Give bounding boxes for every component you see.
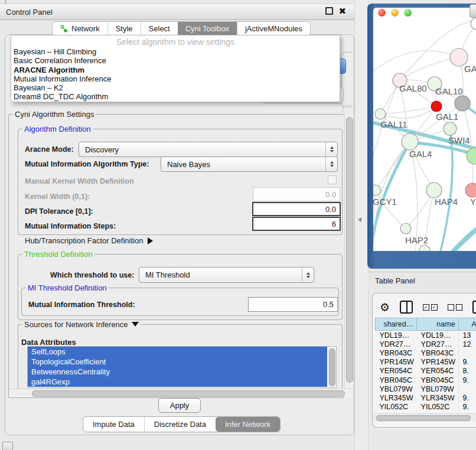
algorithm-option[interactable]: Dream8 DC_TDC Algorithm [14, 92, 337, 101]
table-cell: YPR145W [376, 358, 417, 367]
column-split-icon[interactable] [400, 301, 412, 314]
table-row[interactable]: YBL079WYBL079W [376, 384, 476, 393]
sources-title-row: Sources for Network Inference [22, 320, 141, 329]
network-node-bright-green[interactable] [467, 148, 476, 164]
tab-network[interactable]: Network [53, 22, 107, 35]
mi-threshold-input[interactable]: 0.5 [248, 297, 338, 312]
panel-splitter[interactable] [354, 0, 369, 450]
settings-horizontal-scrollbar[interactable] [9, 389, 353, 397]
control-panel-tabs: Network Style Select Cyni Toolbox jActiv… [52, 21, 311, 36]
table-column-header[interactable]: A [458, 318, 476, 331]
network-node-gray-node[interactable] [455, 96, 470, 111]
table-cell: 9. [458, 393, 476, 402]
network-node-label: GAL4 [409, 149, 432, 159]
tab-network-label: Network [71, 24, 100, 33]
network-node-gal11[interactable] [375, 109, 386, 119]
table-row[interactable]: YIL052CYIL052C9. [376, 403, 476, 412]
dpi-tolerance-input[interactable]: 0.0 [252, 202, 341, 216]
network-node-red-node[interactable] [431, 101, 442, 112]
network-view-canvas[interactable]: GAL7GAL80GAL10GAL1GAL11SWI4GAL4GCY1HAP4Y… [373, 18, 476, 251]
close-icon[interactable]: ✖ [338, 6, 346, 15]
tab-select[interactable]: Select [141, 22, 178, 35]
collapse-arrow-icon[interactable] [148, 237, 153, 244]
table-row[interactable]: YLR345WYLR345W9. [376, 393, 476, 402]
table-column-header[interactable]: name [417, 318, 458, 331]
tab-cyni-toolbox[interactable]: Cyni Toolbox [178, 22, 237, 35]
network-node-top-partial[interactable] [471, 18, 476, 30]
network-node-gal4[interactable] [402, 133, 418, 150]
algorithm-option[interactable]: Basic Correlation Inference [14, 56, 337, 65]
table-cell [458, 384, 476, 393]
mi-steps-input[interactable]: 6 [252, 217, 341, 231]
kernel-width-input: 0.0 [253, 187, 340, 201]
table-cell: YBR043C [417, 348, 458, 357]
gear-icon[interactable]: ⚙ [380, 302, 390, 313]
hub-section-row[interactable]: Hub/Transcription Factor Definition [25, 236, 153, 245]
algorithm-dropdown-placeholder: Select algorithm to view settings [11, 37, 340, 47]
network-node-swi4[interactable] [444, 122, 457, 135]
table-column-header[interactable]: shared… [376, 318, 417, 331]
table-row[interactable]: YDL19…YDL19…13 [376, 331, 476, 340]
close-traffic-light[interactable] [378, 9, 386, 17]
deselect-all-checkboxes-icon[interactable] [448, 304, 462, 311]
splitter-collapse-icon[interactable] [358, 217, 361, 222]
network-window-titlebar[interactable] [373, 8, 476, 18]
manual-kernel-width-label: Manual Kernel Width Definition [25, 177, 134, 185]
float-panel-icon[interactable] [325, 7, 333, 15]
expand-arrow-icon[interactable] [132, 322, 139, 327]
table-cell: YPR145W [417, 358, 458, 367]
algorithm-option[interactable]: Mutual Information Inference [14, 74, 337, 83]
table-cell: YDL19… [376, 331, 417, 340]
attribute-list-item[interactable]: BetweennessCentrality [28, 367, 327, 377]
background-window-fragment [470, 4, 476, 18]
attributes-scrollbar[interactable] [328, 347, 335, 387]
table-row[interactable]: YPR145WYPR145W9. [376, 358, 476, 367]
table-cell: YBL079W [417, 384, 458, 393]
table-function-icon[interactable] [472, 301, 476, 314]
aracne-mode-label: Aracne Mode: [25, 145, 74, 154]
attribute-list-item[interactable]: gal4RGexp [28, 377, 327, 387]
network-node-hap4[interactable] [426, 182, 442, 198]
apply-button[interactable]: Apply [158, 398, 201, 413]
minimize-traffic-light[interactable] [391, 9, 399, 17]
bottom-left-panel-icon[interactable] [2, 442, 13, 450]
table-row[interactable]: YDR27…YDR27…12 [376, 340, 476, 348]
table-horizontal-scrollbar[interactable] [373, 413, 476, 422]
network-node-label: GAL11 [380, 119, 407, 129]
mi-algorithm-type-combobox[interactable]: Naive Bayes [161, 156, 338, 172]
network-node-salmon-node[interactable] [465, 183, 476, 197]
table-row[interactable]: YER054CYER054C8. [376, 367, 476, 376]
tab-impute-data[interactable]: Impute Data [83, 417, 144, 432]
table-row[interactable]: YBR045CYBR045C9. [376, 376, 476, 384]
network-node-label: HAP2 [405, 235, 428, 245]
tab-jactivemnodules[interactable]: jActiveMNodules [237, 22, 310, 35]
algorithm-option[interactable]: Bayesian – Hill Climbing [14, 47, 337, 56]
algorithm-option[interactable]: ARACNE Algorithm [14, 66, 337, 74]
network-node-gcy1[interactable] [373, 185, 381, 195]
network-node-label: GCY1 [373, 197, 397, 207]
apply-button-label: Apply [170, 401, 190, 410]
table-cell: 12 [458, 340, 476, 348]
node-table[interactable]: shared…nameAYDL19…YDL19…13YDR27…YDR27…12… [375, 318, 476, 412]
dpi-tolerance-label: DPI Tolerance [0,1]: [25, 207, 93, 216]
tab-infer-network[interactable]: Infer Network [216, 417, 280, 432]
data-attributes-list[interactable]: SelfLoopsTopologicalCoefficientBetweenne… [27, 346, 337, 388]
network-node-hap2[interactable] [400, 223, 411, 234]
aracne-mode-combobox[interactable]: Discovery [79, 142, 338, 157]
attribute-list-item[interactable]: SelfLoops [28, 347, 327, 357]
which-threshold-combobox[interactable]: MI Threshold [139, 267, 314, 283]
tab-discretize-data[interactable]: Discretize Data [144, 417, 216, 432]
zoom-traffic-light[interactable] [404, 9, 412, 17]
table-panel-title: Table Panel [375, 276, 415, 285]
table-cell [458, 348, 476, 357]
sources-title: Sources for Network Inference [24, 320, 128, 329]
settings-vertical-scrollbar[interactable] [344, 114, 353, 388]
table-row[interactable]: YBR043CYBR043C [376, 348, 476, 357]
algorithm-definition-title: Algorithm Definition [22, 125, 93, 133]
select-all-checkboxes-icon[interactable]: ✓✓ [423, 304, 438, 311]
network-edge [400, 57, 459, 80]
tab-style[interactable]: Style [107, 22, 141, 35]
manual-kernel-width-checkbox[interactable] [328, 175, 337, 184]
algorithm-option[interactable]: Bayesian – K2 [14, 83, 337, 92]
attribute-list-item[interactable]: TopologicalCoefficient [28, 357, 327, 367]
